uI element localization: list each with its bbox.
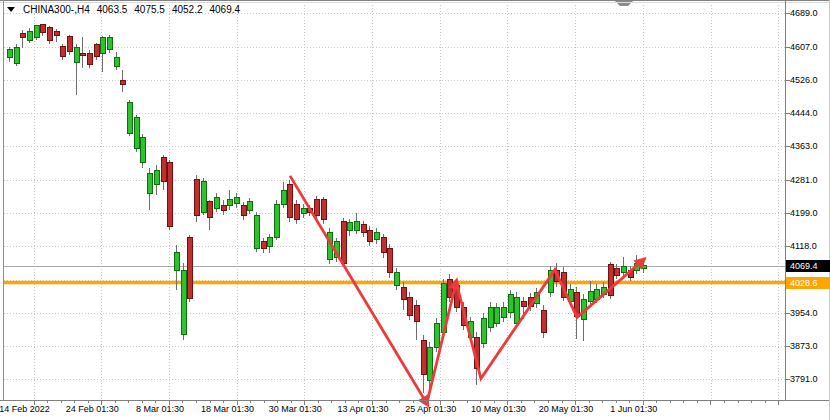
current-price-badge: 4069.4 (786, 260, 830, 272)
bull-candle (181, 270, 186, 335)
price-axis-label: 3954.0 (790, 308, 818, 318)
bear-candle (321, 200, 326, 220)
bull-candle (147, 173, 152, 193)
bear-candle (314, 199, 319, 215)
bull-candle (267, 237, 272, 247)
hline-price-badge: 4028.6 (786, 277, 830, 289)
bull-candle (174, 252, 179, 270)
bull-candle (374, 232, 379, 240)
bear-candle (54, 31, 59, 36)
bear-candle (407, 297, 412, 315)
bear-candle (614, 268, 619, 275)
bull-candle (134, 118, 139, 148)
chart-window: CHINA300-,H4 4063.5 4075.5 4052.2 4069.4… (0, 0, 830, 420)
time-axis-label: 18 Mar 01:30 (201, 404, 254, 414)
bull-candle (514, 297, 519, 323)
bull-candle (494, 307, 499, 323)
bull-candle (281, 190, 286, 205)
bull-candle (100, 38, 105, 53)
symbol-dropdown-icon[interactable] (7, 7, 15, 12)
symbol-period-label: CHINA300-,H4 (23, 4, 90, 15)
bull-candle (140, 138, 145, 163)
bear-candle (20, 34, 25, 38)
bull-candle (641, 266, 646, 268)
bull-candle (394, 273, 399, 285)
price-axis-label: 4607.0 (790, 42, 818, 52)
bear-candle (294, 205, 299, 220)
bear-candle (241, 205, 246, 215)
bull-candle (621, 266, 626, 272)
price-axis-label: 3873.0 (790, 341, 818, 351)
bull-candle (34, 26, 39, 38)
bull-candle (234, 198, 239, 203)
ohlc-low-value: 4052.2 (172, 4, 203, 15)
bear-candle (221, 205, 226, 210)
price-axis-label: 4444.0 (790, 108, 818, 118)
bear-candle (94, 45, 99, 57)
bull-candle (201, 182, 206, 212)
bear-candle (541, 310, 546, 333)
bull-candle (154, 170, 159, 185)
bull-candle (488, 307, 493, 327)
bear-candle (387, 248, 392, 273)
bear-candle (67, 37, 72, 52)
bull-candle (227, 200, 232, 205)
time-axis-label: 14 Feb 2022 (0, 404, 50, 414)
chart-canvas[interactable] (0, 0, 830, 420)
bear-candle (361, 225, 366, 232)
bear-candle (87, 53, 92, 65)
bull-candle (74, 48, 79, 63)
bull-candle (427, 347, 432, 380)
bear-candle (367, 230, 372, 242)
bull-candle (508, 294, 513, 313)
bear-candle (401, 287, 406, 300)
bear-candle (261, 242, 266, 248)
bull-candle (354, 222, 359, 230)
bear-candle (207, 202, 212, 217)
bull-candle (127, 103, 132, 133)
bull-candle (588, 291, 593, 301)
bull-candle (501, 307, 506, 317)
time-axis-label: 8 Mar 01:30 (136, 404, 184, 414)
time-axis-label: 1 Jun 01:30 (610, 404, 657, 414)
bull-candle (481, 318, 486, 343)
bear-candle (341, 222, 346, 263)
price-axis-label: 4689.0 (790, 8, 818, 18)
bear-candle (47, 28, 52, 40)
price-axis-label: 4199.0 (790, 208, 818, 218)
chart-header: CHINA300-,H4 4063.5 4075.5 4052.2 4069.4 (7, 4, 240, 15)
bull-candle (14, 48, 19, 64)
ohlc-open-value: 4063.5 (97, 4, 128, 15)
time-axis-label: 20 May 01:30 (539, 404, 594, 414)
time-axis-label: 25 Apr 01:30 (405, 404, 456, 414)
time-axis-label: 13 Apr 01:30 (337, 404, 388, 414)
bear-candle (447, 279, 452, 297)
bear-candle (120, 81, 125, 85)
bear-candle (521, 301, 526, 306)
price-axis-label: 4363.0 (790, 141, 818, 151)
bear-candle (187, 238, 192, 298)
bull-candle (274, 205, 279, 237)
bull-candle (214, 197, 219, 208)
bear-candle (421, 340, 426, 375)
bear-candle (80, 53, 85, 56)
ohlc-high-value: 4075.5 (134, 4, 165, 15)
candles-layer (7, 24, 646, 397)
bull-candle (347, 223, 352, 230)
bear-candle (60, 47, 65, 57)
bear-candle (167, 163, 172, 226)
bull-candle (247, 201, 252, 210)
scroll-marker-icon (615, 1, 633, 6)
bear-candle (40, 25, 45, 33)
bull-candle (434, 323, 439, 347)
time-axis-label: 10 May 01:30 (471, 404, 526, 414)
bull-candle (27, 32, 32, 40)
chart-borders (0, 0, 830, 420)
bear-candle (414, 305, 419, 322)
bull-candle (7, 50, 12, 58)
price-axis-label: 4118.0 (790, 241, 817, 251)
time-axis-label: 30 Mar 01:30 (269, 404, 322, 414)
ohlc-close-value: 4069.4 (209, 4, 240, 15)
bull-candle (301, 208, 306, 213)
time-axis-label: 24 Feb 01:30 (66, 404, 119, 414)
